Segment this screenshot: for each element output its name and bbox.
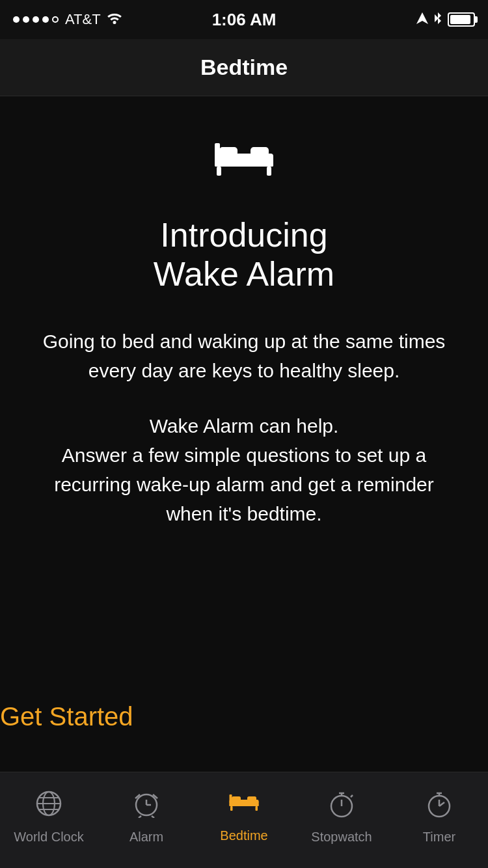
svg-rect-27: [230, 806, 233, 811]
signal-dot-3: [33, 16, 39, 23]
svg-rect-6: [268, 156, 273, 167]
timer-icon: [425, 789, 454, 824]
tab-stopwatch-label: Stopwatch: [311, 830, 372, 845]
signal-dots: [13, 16, 59, 23]
svg-rect-5: [215, 143, 220, 167]
svg-rect-25: [230, 794, 232, 806]
svg-marker-0: [416, 12, 428, 24]
tab-alarm-label: Alarm: [129, 830, 163, 845]
signal-dot-1: [13, 16, 20, 23]
svg-rect-28: [256, 806, 258, 811]
svg-rect-24: [247, 796, 256, 801]
get-started-button[interactable]: Get Started: [0, 702, 133, 731]
tab-alarm[interactable]: Alarm: [98, 789, 195, 845]
signal-dot-2: [23, 16, 29, 23]
carrier-label: AT&T: [65, 11, 101, 28]
tab-bedtime[interactable]: Bedtime: [195, 791, 293, 843]
tab-bedtime-label: Bedtime: [220, 828, 267, 843]
svg-rect-23: [232, 796, 241, 801]
signal-dot-4: [42, 16, 49, 23]
status-bar: AT&T 1:06 AM: [0, 0, 488, 39]
intro-body-1: Going to bed and waking up at the same t…: [29, 327, 459, 385]
svg-line-33: [351, 795, 353, 797]
svg-rect-8: [267, 167, 271, 176]
battery-fill: [450, 15, 470, 24]
bed-illustration: [211, 135, 277, 187]
tab-stopwatch[interactable]: Stopwatch: [293, 789, 390, 845]
svg-rect-26: [256, 801, 259, 806]
signal-dot-5: [52, 16, 59, 23]
tab-world-clock-label: World Clock: [14, 830, 83, 845]
bluetooth-icon: [433, 12, 442, 28]
nav-bar: Bedtime: [0, 39, 488, 96]
bed-icon: [211, 135, 277, 190]
main-content: Introducing Wake Alarm Going to bed and …: [0, 96, 488, 772]
nav-title: Bedtime: [200, 55, 288, 80]
tab-timer[interactable]: Timer: [390, 789, 488, 845]
status-time: 1:06 AM: [212, 10, 277, 30]
alarm-icon: [132, 789, 161, 824]
wifi-icon: [106, 11, 123, 28]
globe-icon: [34, 789, 63, 824]
status-right: [416, 12, 475, 28]
tab-bar: World Clock Alarm: [0, 772, 488, 868]
status-left: AT&T: [13, 11, 123, 28]
tab-timer-label: Timer: [423, 830, 455, 845]
stopwatch-icon: [327, 789, 356, 824]
intro-title: Introducing Wake Alarm: [154, 216, 334, 294]
intro-body-2: Wake Alarm can help. Answer a few simple…: [29, 411, 459, 528]
svg-line-20: [152, 816, 154, 818]
battery-indicator: [448, 12, 475, 27]
svg-line-19: [139, 816, 141, 818]
tab-world-clock[interactable]: World Clock: [0, 789, 98, 845]
svg-rect-3: [219, 147, 237, 156]
bed-tab-icon: [228, 791, 260, 823]
svg-rect-7: [217, 167, 221, 176]
location-icon: [416, 12, 428, 27]
svg-rect-4: [251, 147, 269, 156]
